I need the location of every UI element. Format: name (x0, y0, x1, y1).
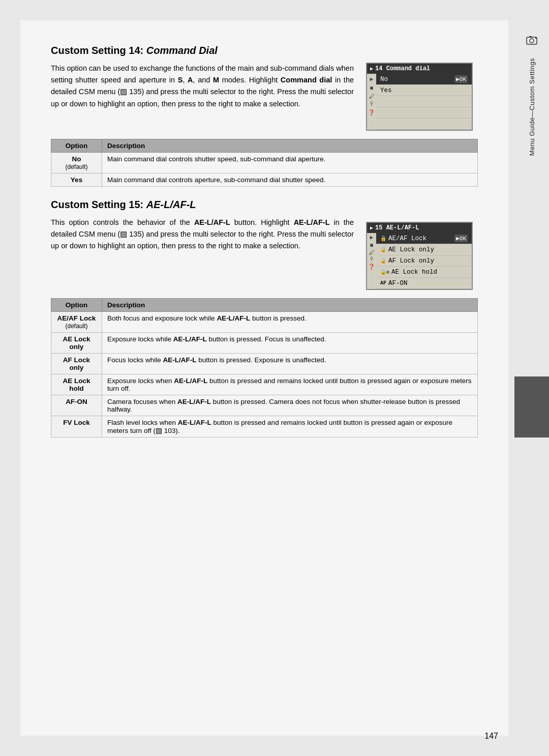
option-cell: Yes (51, 173, 102, 187)
table-header-description: Description (102, 299, 478, 312)
table-row: AF Lock only Focus locks while AE-L/AF-L… (51, 354, 478, 374)
description-cell: Camera focuses when AE-L/AF-L button is … (102, 395, 478, 416)
section-15-title: Custom Setting 15: AE-L/AF-L (51, 199, 478, 211)
option-cell: FV Lock (51, 416, 102, 438)
description-cell: Main command dial controls shutter speed… (102, 153, 478, 173)
table-row: No(default) Main command dial controls s… (51, 153, 478, 173)
section-15-lcd: ▶ 15 AE-L/AF-L ▶ ◼ 🖊 Ŷ ❓ (366, 217, 478, 290)
description-cell: Flash level locks when AE-L/AF-L button … (102, 416, 478, 438)
sidebar-label: Menu Guide—Custom Settings (528, 58, 536, 156)
section-14-lcd: ▶ 14 Command dial ▶ ◼ 🖊 Ŷ ❓ (366, 63, 478, 131)
option-cell: AF Lock only (51, 354, 102, 374)
section-14-content: This option can be used to exchange the … (51, 63, 478, 131)
camera-icon (523, 31, 541, 49)
table-row: AE/AF Lock(default) Both focus and expos… (51, 312, 478, 333)
lcd-15-header: ▶ 15 AE-L/AF-L (367, 223, 472, 233)
table-row: FV Lock Flash level locks when AE-L/AF-L… (51, 416, 478, 438)
page-number: 147 (484, 732, 498, 741)
table-row: AF-ON Camera focuses when AE-L/AF-L butt… (51, 395, 478, 416)
lcd-row-empty2 (376, 107, 472, 119)
option-cell: No(default) (51, 153, 102, 173)
table-header-option: Option (51, 139, 102, 153)
table-header-option: Option (51, 299, 102, 312)
description-cell: Main command dial controls aperture, sub… (102, 173, 478, 187)
sidebar-scroll-bar[interactable] (514, 376, 549, 438)
description-cell: Exposure locks while AE-L/AF-L button is… (102, 333, 478, 354)
table-header-description: Description (102, 139, 478, 153)
section-15-content: This option controls the behavior of the… (51, 217, 478, 290)
lcd-row-ae-af-lock: 🔒 AE/AF Lock ▶OK (376, 233, 472, 244)
section-15: Custom Setting 15: AE-L/AF-L This option… (51, 199, 478, 438)
lcd-row-empty (376, 96, 472, 107)
option-cell: AE Lockhold (51, 374, 102, 395)
option-cell: AF-ON (51, 395, 102, 416)
section-14: Custom Setting 14: Command Dial This opt… (51, 45, 478, 187)
option-cell: AE Lock only (51, 333, 102, 354)
table-row: AE Lock only Exposure locks while AE-L/A… (51, 333, 478, 354)
page-content: Custom Setting 14: Command Dial This opt… (20, 20, 508, 736)
lcd-row-ae-lock-only: 🔒 AE Lock only (376, 244, 472, 255)
table-row: Yes Main command dial controls aperture,… (51, 173, 478, 187)
lcd-row-empty3 (376, 119, 472, 130)
svg-point-1 (530, 39, 534, 43)
description-cell: Both focus and exposure lock while AE-L/… (102, 312, 478, 333)
lcd-command-dial: ▶ 14 Command dial ▶ ◼ 🖊 Ŷ ❓ (366, 63, 473, 131)
lcd-ae-l-af-l: ▶ 15 AE-L/AF-L ▶ ◼ 🖊 Ŷ ❓ (366, 222, 473, 290)
lcd-row-af-on: AF AF-ON (376, 278, 472, 289)
lcd-row-no: No ▶OK (376, 74, 472, 85)
lcd-header: ▶ 14 Command dial (367, 64, 472, 74)
section-15-table: Option Description AE/AF Lock(default) B… (51, 298, 478, 438)
section-14-table: Option Description No(default) Main comm… (51, 139, 478, 187)
table-row: AE Lockhold Exposure locks when AE-L/AF-… (51, 374, 478, 395)
lcd-row-yes: Yes (376, 85, 472, 96)
svg-point-3 (535, 38, 536, 39)
section-14-body: This option can be used to exchange the … (51, 63, 354, 131)
option-cell: AE/AF Lock(default) (51, 312, 102, 333)
section-15-body: This option controls the behavior of the… (51, 217, 354, 290)
lcd-row-af-lock-only: 🔒 AF Lock only (376, 255, 472, 267)
lcd-row-ae-lock-hold: 🔒⊙ AE Lock hold (376, 267, 472, 278)
description-cell: Focus locks while AE-L/AF-L button is pr… (102, 354, 478, 374)
section-14-title: Custom Setting 14: Command Dial (51, 45, 478, 56)
svg-rect-2 (529, 36, 532, 38)
sidebar: Menu Guide—Custom Settings (514, 20, 549, 736)
description-cell: Exposure locks when AE-L/AF-L button is … (102, 374, 478, 395)
